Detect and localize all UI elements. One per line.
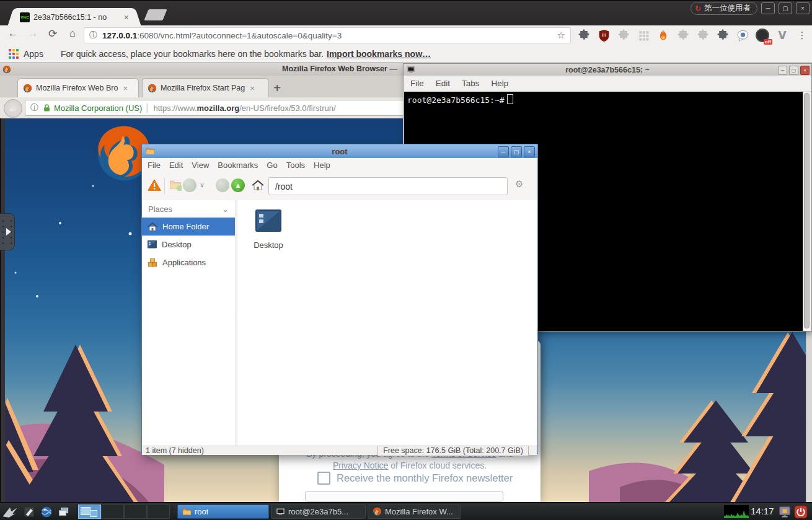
apps-label[interactable]: Apps: [24, 49, 43, 59]
history-dropdown-icon[interactable]: ∨: [200, 181, 205, 189]
divider: |: [146, 102, 148, 113]
file-list-area[interactable]: Desktop: [237, 200, 537, 446]
terminal-minimize-button[interactable]: ─: [778, 66, 787, 75]
web-browser-launcher[interactable]: [38, 505, 55, 519]
firefox-back-button[interactable]: ←: [4, 99, 22, 118]
terminal-menu-tabs[interactable]: Tabs: [462, 79, 480, 88]
back-button[interactable]: ←: [5, 27, 21, 40]
speech-bubble-extension-icon[interactable]: [735, 28, 750, 43]
file-desktop[interactable]: Desktop: [246, 206, 291, 250]
terminal-menu-file[interactable]: File: [410, 79, 424, 88]
fm-menu-view[interactable]: View: [192, 161, 209, 170]
shutdown-button[interactable]: [794, 505, 808, 519]
extension-grid-icon[interactable]: [636, 28, 651, 43]
ublock-origin-icon[interactable]: [596, 28, 611, 43]
workspace-2[interactable]: [101, 505, 124, 519]
identity-label[interactable]: Mozilla Corporation (US): [54, 104, 142, 113]
fm-home-button[interactable]: [251, 178, 265, 192]
novnc-control-handle[interactable]: [0, 213, 15, 250]
taskbar-item-root[interactable]: root: [177, 505, 269, 519]
maximize-button[interactable]: ▢: [779, 2, 792, 14]
lock-screen-tray-icon[interactable]: [778, 505, 792, 519]
toolbar-extra-icon[interactable]: ⚙: [515, 178, 523, 190]
extension-puzzle-disabled-icon[interactable]: [616, 28, 631, 43]
terminal-titlebar[interactable]: root@2e3a7b566c15: ~ ─ ▢ ×: [404, 64, 811, 76]
terminal-menu-help[interactable]: Help: [492, 79, 509, 88]
fm-close-button[interactable]: ×: [524, 146, 535, 157]
task-label: root@2e3a7b5...: [288, 507, 348, 516]
tab-close-icon[interactable]: ×: [123, 84, 128, 93]
show-desktop-button[interactable]: [56, 505, 72, 519]
extension-puzzle-icon[interactable]: [576, 28, 591, 43]
file-manager-titlebar[interactable]: root ─ ▢ ×: [142, 144, 537, 158]
taskbar-item-terminal[interactable]: root@2e3a7b5...: [271, 505, 366, 519]
toolbar-separator: [164, 177, 165, 195]
cpu-monitor[interactable]: [724, 505, 749, 518]
file-manager-statusbar: 1 item (7 hidden) Free space: 176.5 GiB …: [142, 446, 537, 455]
chrome-toolbar: ← → ⟳ ⌂ ⓘ 127.0.0.1:6080/vnc.html?autoco…: [0, 25, 812, 45]
chrome-menu-icon[interactable]: ⋮: [795, 28, 810, 43]
taskbar-item-firefox[interactable]: Mozilla Firefox W...: [368, 505, 461, 519]
sidebar-item-desktop[interactable]: Desktop: [142, 236, 235, 253]
terminal-maximize-button[interactable]: ▢: [789, 66, 798, 75]
bookmark-star-icon[interactable]: ☆: [557, 30, 565, 41]
extension-puzzle-disabled-icon[interactable]: [695, 28, 710, 43]
firefox-tab-2[interactable]: Mozilla Firefox Start Pag ×: [142, 78, 269, 97]
fm-menu-edit[interactable]: Edit: [169, 161, 183, 170]
browser-tab-novnc[interactable]: VNC 2e3a7b566c15:1 - no ×: [15, 8, 134, 26]
flame-extension-icon[interactable]: [656, 28, 671, 43]
folder-icon: [182, 507, 192, 516]
email-input[interactable]: [305, 491, 503, 502]
firefox-tab-1[interactable]: Mozilla Firefox Web Bro ×: [17, 78, 139, 97]
path-input[interactable]: /root: [268, 177, 508, 195]
info-icon[interactable]: ⓘ: [30, 102, 38, 113]
fm-menu-bookmarks[interactable]: Bookmarks: [218, 161, 258, 170]
fm-minimize-button[interactable]: ─: [498, 146, 509, 157]
vimium-icon[interactable]: V: [775, 28, 790, 43]
new-tab-button[interactable]: [144, 9, 167, 20]
terminal-close-button[interactable]: ×: [800, 66, 810, 75]
terminal-scrollbar-thumb[interactable]: [804, 93, 810, 328]
apps-grid-icon[interactable]: [9, 49, 19, 59]
file-manager-launcher[interactable]: [21, 505, 37, 519]
minimize-button[interactable]: ─: [761, 2, 775, 14]
fm-up-button[interactable]: ▲: [231, 178, 245, 192]
home-button[interactable]: ⌂: [64, 27, 81, 40]
workspace-3[interactable]: [124, 505, 147, 519]
fm-menu-help[interactable]: Help: [314, 161, 330, 170]
privacy-notice-link[interactable]: Privacy Notice: [333, 461, 388, 470]
workspace-1[interactable]: [78, 505, 101, 519]
profile-button[interactable]: ↻ 第一位使用者: [691, 2, 757, 15]
fm-menu-go[interactable]: Go: [267, 161, 277, 170]
firefox-window-title: Mozilla Firefox Web Browser —: [282, 64, 397, 73]
new-tab-tool-icon[interactable]: [169, 178, 182, 191]
taskbar-clock[interactable]: 14:17: [751, 506, 774, 516]
tab-close-icon[interactable]: ×: [123, 12, 130, 22]
terminal-menu-edit[interactable]: Edit: [436, 79, 450, 88]
terminal-scrollbar[interactable]: [803, 92, 811, 331]
extension-puzzle-disabled-icon[interactable]: [676, 28, 691, 43]
tab-close-icon[interactable]: ×: [250, 84, 255, 93]
address-bar[interactable]: ⓘ 127.0.0.1:6080/vnc.html?autoconnect=1&…: [84, 27, 571, 43]
fm-back-button[interactable]: [183, 178, 196, 192]
app-menu-button[interactable]: [2, 505, 18, 519]
reload-button[interactable]: ⟳: [45, 27, 61, 40]
fm-menu-file[interactable]: File: [148, 161, 161, 170]
fm-forward-button[interactable]: [216, 178, 229, 192]
newsletter-checkbox[interactable]: [317, 472, 330, 485]
bookmarks-bar: Apps For quick access, place your bookma…: [0, 45, 812, 63]
workspace-4[interactable]: [147, 505, 170, 519]
import-bookmarks-link[interactable]: Import bookmarks now…: [327, 49, 431, 59]
download-helper-off-icon[interactable]: off: [755, 28, 770, 43]
sidebar-item-home-folder[interactable]: Home Folder: [142, 218, 235, 236]
firefox-new-tab-button[interactable]: +: [273, 81, 281, 95]
firefox-window-icon: [2, 65, 11, 74]
page-info-icon[interactable]: ⓘ: [89, 30, 97, 41]
sidebar-item-applications[interactable]: Applications: [142, 253, 235, 271]
fm-menu-tools[interactable]: Tools: [286, 161, 305, 170]
close-button[interactable]: ×: [796, 2, 810, 14]
places-collapse-icon[interactable]: ⌄: [222, 205, 229, 214]
fm-maximize-button[interactable]: ▢: [511, 146, 522, 157]
forward-button[interactable]: →: [25, 27, 41, 40]
extension-puzzle-icon[interactable]: [715, 28, 730, 43]
